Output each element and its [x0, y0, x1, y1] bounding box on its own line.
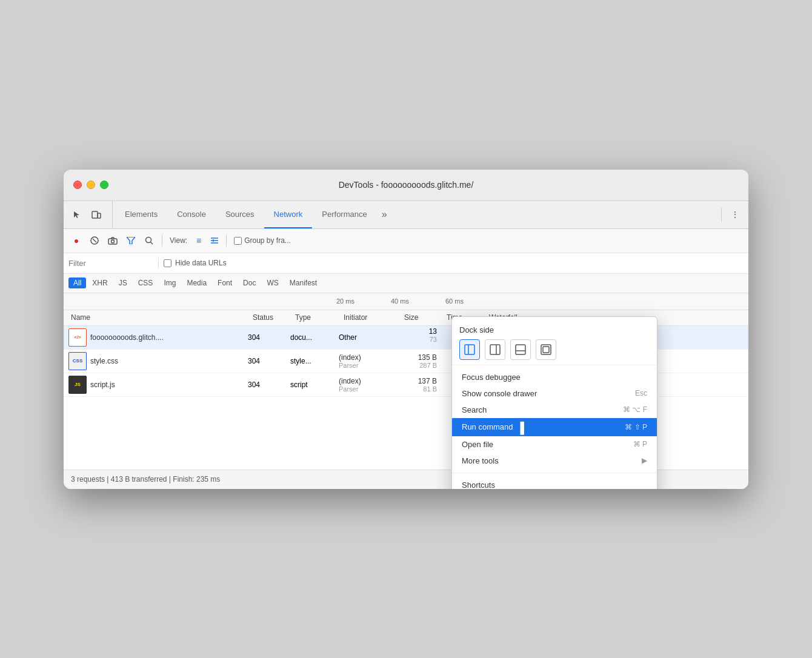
hide-data-urls-checkbox[interactable] [164, 259, 171, 267]
tab-performance[interactable]: Performance [312, 201, 376, 228]
col-header-initiator[interactable]: Initiator [341, 312, 402, 323]
initiator-cell: (index) Parser [336, 350, 397, 373]
svg-point-5 [111, 240, 115, 243]
traffic-lights [73, 181, 108, 189]
separator [158, 258, 159, 268]
timeline-marker-3: 60 ms [445, 297, 464, 305]
menu-item-shortcuts[interactable]: Shortcuts [452, 477, 657, 489]
menu-section-1: Focus debuggee Show console drawer Esc S… [452, 365, 657, 473]
device-toggle-icon[interactable] [88, 206, 105, 223]
dock-right-button[interactable] [485, 339, 505, 360]
hide-data-urls-label: Hide data URLs [175, 259, 227, 267]
tab-bar-right: ⋮ [719, 201, 744, 228]
type-filter-manifest[interactable]: Manifest [285, 277, 322, 288]
group-by-frame: Group by fra... [234, 236, 291, 245]
svg-marker-6 [127, 237, 135, 244]
svg-rect-15 [490, 345, 500, 354]
dock-undock-button[interactable] [536, 339, 556, 360]
status-text: 3 requests | 413 B transferred | Finish:… [71, 475, 220, 484]
separator [226, 234, 227, 247]
dock-side-label: Dock side [459, 325, 650, 334]
group-by-frame-checkbox[interactable] [234, 237, 242, 245]
menu-item-focus-debuggee[interactable]: Focus debuggee [452, 369, 657, 385]
file-name: style.css [90, 357, 118, 365]
type-filter-js[interactable]: JS [114, 277, 132, 288]
type-filter-xhr[interactable]: XHR [87, 277, 112, 288]
context-menu: Dock side [451, 316, 657, 489]
status-cell: 304 [245, 350, 288, 373]
menu-section-2: Shortcuts Settings F1 Help ▶ [452, 473, 657, 489]
col-header-type[interactable]: Type [293, 312, 341, 323]
type-cell: docu... [288, 326, 336, 349]
cursor-icon[interactable] [68, 206, 85, 223]
tab-more-button[interactable]: » [377, 201, 392, 228]
col-header-size[interactable]: Size [402, 312, 444, 323]
row-name-cell: JS script.js [64, 373, 245, 396]
dock-left-button[interactable] [459, 339, 480, 360]
cursor-icon: ▌ [521, 422, 528, 433]
size-cell: 13 73 [397, 326, 439, 349]
shortcut-search: ⌘ ⌥ F [623, 405, 647, 414]
tab-sources[interactable]: Sources [216, 201, 264, 228]
filter-input[interactable] [68, 259, 153, 268]
type-filter-font[interactable]: Font [213, 277, 237, 288]
minimize-button[interactable] [87, 181, 95, 189]
menu-item-open-file[interactable]: Open file ⌘ P [452, 436, 657, 453]
size-cell: 137 B 81 B [397, 373, 439, 396]
type-filter-doc[interactable]: Doc [238, 277, 261, 288]
clear-button[interactable] [87, 233, 102, 248]
file-icon-html: </> [68, 328, 87, 347]
close-button[interactable] [73, 181, 82, 189]
separator [162, 234, 162, 247]
list-view-button[interactable]: ≡ [192, 234, 205, 247]
type-filter-ws[interactable]: WS [262, 277, 283, 288]
dock-side-section: Dock side [452, 321, 657, 365]
shortcut-esc: Esc [635, 389, 647, 397]
file-icon-js: JS [68, 376, 87, 394]
tab-bar: Elements Console Sources Network Perform… [64, 201, 748, 229]
type-filter-all[interactable]: All [68, 277, 86, 288]
window-title: DevTools - fooooooooods.glitch.me/ [339, 180, 474, 190]
svg-line-3 [93, 239, 96, 242]
timeline-header: 20 ms 40 ms 60 ms [64, 293, 748, 310]
row-name-cell: CSS style.css [64, 350, 245, 373]
col-header-status[interactable]: Status [250, 312, 293, 323]
network-toolbar: ● [64, 229, 748, 253]
svg-rect-1 [98, 213, 101, 218]
svg-rect-0 [92, 211, 98, 218]
menu-item-run-command[interactable]: Run command ▌ ⌘ ⇧ P [452, 418, 657, 436]
col-header-name[interactable]: Name [68, 312, 250, 323]
shortcut-open-file: ⌘ P [633, 440, 647, 448]
timeline-marker-2: 40 ms [391, 297, 409, 305]
group-by-frame-label: Group by fra... [244, 236, 291, 245]
svg-rect-17 [516, 345, 525, 354]
svg-point-7 [146, 238, 151, 243]
initiator-cell: Other [336, 326, 397, 349]
filter-button[interactable] [123, 233, 139, 248]
svg-rect-13 [465, 345, 474, 354]
type-filter-media[interactable]: Media [182, 277, 211, 288]
camera-button[interactable] [105, 233, 121, 248]
tab-elements[interactable]: Elements [115, 201, 167, 228]
search-button[interactable] [141, 233, 157, 248]
record-button[interactable]: ● [68, 233, 84, 248]
tree-view-button[interactable] [208, 234, 221, 247]
type-cell: script [288, 373, 336, 396]
initiator-cell: (index) Parser [336, 373, 397, 396]
file-name: fooooooooods.glitch.... [90, 333, 164, 342]
type-filter-img[interactable]: Img [159, 277, 181, 288]
type-filter-css[interactable]: CSS [133, 277, 158, 288]
timeline-marker-1: 20 ms [336, 297, 354, 305]
file-name: script.js [90, 381, 115, 389]
menu-item-show-console-drawer[interactable]: Show console drawer Esc [452, 385, 657, 402]
svg-line-8 [151, 242, 153, 245]
tab-console[interactable]: Console [167, 201, 216, 228]
tab-network[interactable]: Network [264, 201, 313, 228]
more-options-icon[interactable]: ⋮ [727, 206, 744, 223]
submenu-arrow-icon: ▶ [642, 456, 647, 465]
filter-bar: Hide data URLs [64, 253, 748, 274]
dock-bottom-button[interactable] [510, 339, 531, 360]
menu-item-search[interactable]: Search ⌘ ⌥ F [452, 402, 657, 418]
maximize-button[interactable] [100, 181, 108, 189]
menu-item-more-tools[interactable]: More tools ▶ [452, 453, 657, 469]
